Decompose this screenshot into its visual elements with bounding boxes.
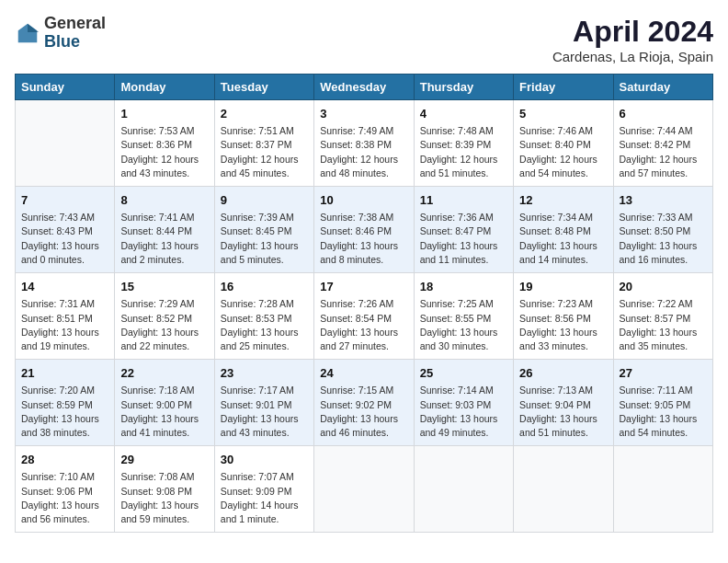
day-number: 19 (519, 279, 607, 295)
logo-text: General Blue (44, 15, 106, 52)
calendar-cell: 29Sunrise: 7:08 AM Sunset: 9:08 PM Dayli… (115, 446, 214, 533)
calendar-cell: 15Sunrise: 7:29 AM Sunset: 8:52 PM Dayli… (115, 273, 214, 360)
day-info: Sunrise: 7:25 AM Sunset: 8:55 PM Dayligh… (420, 297, 507, 353)
calendar-cell: 23Sunrise: 7:17 AM Sunset: 9:01 PM Dayli… (214, 360, 313, 446)
col-header-tuesday: Tuesday (214, 75, 313, 100)
day-number: 3 (320, 106, 407, 122)
calendar-cell: 14Sunrise: 7:31 AM Sunset: 8:51 PM Dayli… (16, 273, 115, 360)
day-number: 11 (420, 192, 507, 209)
day-info: Sunrise: 7:46 AM Sunset: 8:40 PM Dayligh… (519, 124, 607, 180)
col-header-friday: Friday (514, 75, 613, 100)
calendar-cell: 17Sunrise: 7:26 AM Sunset: 8:54 PM Dayli… (314, 273, 414, 360)
col-header-monday: Monday (115, 75, 214, 100)
day-number: 13 (620, 192, 707, 209)
week-row-1: 1Sunrise: 7:53 AM Sunset: 8:36 PM Daylig… (16, 100, 713, 187)
day-info: Sunrise: 7:17 AM Sunset: 9:01 PM Dayligh… (221, 384, 308, 440)
calendar-cell: 13Sunrise: 7:33 AM Sunset: 8:50 PM Dayli… (613, 187, 712, 273)
calendar-cell: 24Sunrise: 7:15 AM Sunset: 9:02 PM Dayli… (314, 360, 414, 446)
calendar-cell: 12Sunrise: 7:34 AM Sunset: 8:48 PM Dayli… (514, 187, 613, 273)
calendar-cell: 11Sunrise: 7:36 AM Sunset: 8:47 PM Dayli… (414, 187, 513, 273)
day-number: 17 (320, 279, 407, 295)
calendar-cell: 27Sunrise: 7:11 AM Sunset: 9:05 PM Dayli… (613, 360, 712, 446)
day-info: Sunrise: 7:44 AM Sunset: 8:42 PM Dayligh… (620, 124, 707, 180)
calendar-cell: 5Sunrise: 7:46 AM Sunset: 8:40 PM Daylig… (514, 100, 613, 187)
day-info: Sunrise: 7:49 AM Sunset: 8:38 PM Dayligh… (320, 124, 407, 180)
logo-icon (15, 20, 40, 46)
day-info: Sunrise: 7:13 AM Sunset: 9:04 PM Dayligh… (519, 384, 607, 440)
header-row: SundayMondayTuesdayWednesdayThursdayFrid… (16, 75, 713, 100)
day-info: Sunrise: 7:23 AM Sunset: 8:56 PM Dayligh… (519, 297, 607, 353)
day-number: 2 (221, 106, 308, 122)
day-info: Sunrise: 7:07 AM Sunset: 9:09 PM Dayligh… (221, 470, 308, 526)
calendar-cell: 28Sunrise: 7:10 AM Sunset: 9:06 PM Dayli… (16, 446, 115, 533)
day-number: 27 (620, 365, 707, 382)
calendar-cell: 19Sunrise: 7:23 AM Sunset: 8:56 PM Dayli… (514, 273, 613, 360)
day-info: Sunrise: 7:22 AM Sunset: 8:57 PM Dayligh… (620, 297, 707, 353)
day-number: 6 (620, 106, 707, 122)
calendar-cell: 6Sunrise: 7:44 AM Sunset: 8:42 PM Daylig… (613, 100, 712, 187)
calendar-cell: 7Sunrise: 7:43 AM Sunset: 8:43 PM Daylig… (16, 187, 115, 273)
calendar-cell: 26Sunrise: 7:13 AM Sunset: 9:04 PM Dayli… (514, 360, 613, 446)
col-header-wednesday: Wednesday (314, 75, 414, 100)
day-number: 15 (120, 279, 208, 295)
day-info: Sunrise: 7:26 AM Sunset: 8:54 PM Dayligh… (320, 297, 407, 353)
day-number: 4 (420, 106, 507, 122)
calendar-cell: 9Sunrise: 7:39 AM Sunset: 8:45 PM Daylig… (214, 187, 313, 273)
day-info: Sunrise: 7:28 AM Sunset: 8:53 PM Dayligh… (221, 297, 308, 353)
day-number: 20 (620, 279, 707, 295)
calendar-cell: 2Sunrise: 7:51 AM Sunset: 8:37 PM Daylig… (214, 100, 313, 187)
day-number: 29 (120, 452, 208, 468)
week-row-5: 28Sunrise: 7:10 AM Sunset: 9:06 PM Dayli… (16, 446, 713, 533)
day-info: Sunrise: 7:51 AM Sunset: 8:37 PM Dayligh… (221, 124, 308, 180)
day-info: Sunrise: 7:20 AM Sunset: 8:59 PM Dayligh… (21, 384, 108, 440)
day-info: Sunrise: 7:11 AM Sunset: 9:05 PM Dayligh… (620, 384, 707, 440)
title-block: April 2024 Cardenas, La Rioja, Spain (552, 15, 713, 64)
page-header: General Blue April 2024 Cardenas, La Rio… (15, 15, 713, 64)
day-number: 9 (221, 192, 308, 209)
day-info: Sunrise: 7:53 AM Sunset: 8:36 PM Dayligh… (120, 124, 208, 180)
day-info: Sunrise: 7:08 AM Sunset: 9:08 PM Dayligh… (120, 470, 208, 526)
day-number: 22 (120, 365, 208, 382)
day-number: 18 (420, 279, 507, 295)
calendar-cell (16, 100, 115, 187)
calendar-cell: 20Sunrise: 7:22 AM Sunset: 8:57 PM Dayli… (613, 273, 712, 360)
week-row-4: 21Sunrise: 7:20 AM Sunset: 8:59 PM Dayli… (16, 360, 713, 446)
day-number: 1 (120, 106, 208, 122)
day-info: Sunrise: 7:36 AM Sunset: 8:47 PM Dayligh… (420, 211, 507, 267)
day-number: 25 (420, 365, 507, 382)
calendar-cell: 25Sunrise: 7:14 AM Sunset: 9:03 PM Dayli… (414, 360, 513, 446)
day-number: 28 (21, 452, 108, 468)
day-info: Sunrise: 7:31 AM Sunset: 8:51 PM Dayligh… (21, 297, 108, 353)
location-subtitle: Cardenas, La Rioja, Spain (552, 49, 713, 64)
calendar-cell: 30Sunrise: 7:07 AM Sunset: 9:09 PM Dayli… (214, 446, 313, 533)
week-row-3: 14Sunrise: 7:31 AM Sunset: 8:51 PM Dayli… (16, 273, 713, 360)
day-number: 24 (320, 365, 407, 382)
calendar-cell: 3Sunrise: 7:49 AM Sunset: 8:38 PM Daylig… (314, 100, 414, 187)
calendar-cell (414, 446, 513, 533)
day-number: 23 (221, 365, 308, 382)
calendar-cell (514, 446, 613, 533)
day-info: Sunrise: 7:18 AM Sunset: 9:00 PM Dayligh… (120, 384, 208, 440)
day-info: Sunrise: 7:29 AM Sunset: 8:52 PM Dayligh… (120, 297, 208, 353)
calendar-cell (314, 446, 414, 533)
calendar-cell: 18Sunrise: 7:25 AM Sunset: 8:55 PM Dayli… (414, 273, 513, 360)
day-info: Sunrise: 7:48 AM Sunset: 8:39 PM Dayligh… (420, 124, 507, 180)
calendar-cell (613, 446, 712, 533)
col-header-sunday: Sunday (16, 75, 115, 100)
day-number: 30 (221, 452, 308, 468)
day-number: 26 (519, 365, 607, 382)
day-info: Sunrise: 7:43 AM Sunset: 8:43 PM Dayligh… (21, 211, 108, 267)
logo: General Blue (15, 15, 106, 52)
day-info: Sunrise: 7:38 AM Sunset: 8:46 PM Dayligh… (320, 211, 407, 267)
calendar-cell: 4Sunrise: 7:48 AM Sunset: 8:39 PM Daylig… (414, 100, 513, 187)
calendar-cell: 21Sunrise: 7:20 AM Sunset: 8:59 PM Dayli… (16, 360, 115, 446)
day-number: 14 (21, 279, 108, 295)
day-number: 5 (519, 106, 607, 122)
day-info: Sunrise: 7:39 AM Sunset: 8:45 PM Dayligh… (221, 211, 308, 267)
day-info: Sunrise: 7:15 AM Sunset: 9:02 PM Dayligh… (320, 384, 407, 440)
day-info: Sunrise: 7:10 AM Sunset: 9:06 PM Dayligh… (21, 470, 108, 526)
day-number: 7 (21, 192, 108, 209)
day-info: Sunrise: 7:14 AM Sunset: 9:03 PM Dayligh… (420, 384, 507, 440)
calendar-cell: 22Sunrise: 7:18 AM Sunset: 9:00 PM Dayli… (115, 360, 214, 446)
calendar-cell: 10Sunrise: 7:38 AM Sunset: 8:46 PM Dayli… (314, 187, 414, 273)
